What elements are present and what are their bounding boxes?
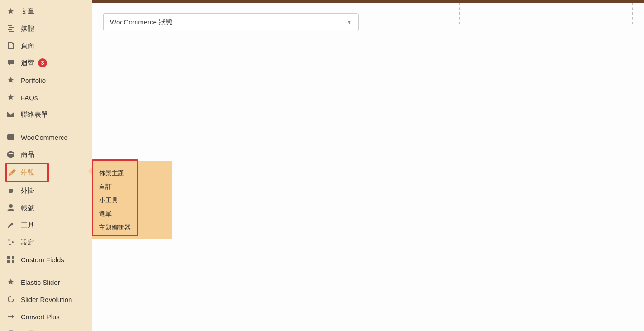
main-content: WooCommerce 狀態 ▼ xyxy=(92,3,644,331)
sidebar-item-faqs[interactable]: FAQs xyxy=(0,89,92,106)
sidebar-item-label: Custom Fields xyxy=(21,256,64,264)
sidebar-item-plugins[interactable]: 外掛 xyxy=(0,182,92,199)
sidebar-item-settings[interactable]: 設定 xyxy=(0,234,92,251)
collapse-icon xyxy=(6,329,15,331)
comment-count-badge: 3 xyxy=(38,58,47,67)
sidebar-item-contact[interactable]: 聯絡表單 xyxy=(0,106,92,123)
submenu-item-customize[interactable]: 自訂 xyxy=(92,180,172,194)
sidebar-item-slider-revolution[interactable]: Slider Revolution xyxy=(0,291,92,308)
sliders-icon xyxy=(6,238,15,247)
sidebar-item-appearance[interactable]: 外觀 xyxy=(5,163,49,182)
plug-icon xyxy=(6,186,15,195)
sidebar-item-label: 聯絡表單 xyxy=(21,110,48,119)
sidebar-item-comments[interactable]: 迴響 3 xyxy=(0,54,92,72)
admin-sidebar: 文章 媒體 頁面 迴響 3 Portfolio FAQs 聯絡表單 WooCom… xyxy=(0,0,92,331)
svg-rect-0 xyxy=(7,134,14,140)
pin-icon xyxy=(6,278,15,287)
wrench-icon xyxy=(6,221,15,230)
sidebar-item-users[interactable]: 帳號 xyxy=(0,199,92,216)
sidebar-item-custom-fields[interactable]: Custom Fields xyxy=(0,251,92,268)
appearance-submenu: 佈景主題 自訂 小工具 選單 主題編輯器 xyxy=(92,161,172,239)
sidebar-item-elastic-slider[interactable]: Elastic Slider xyxy=(0,273,92,291)
sidebar-item-label: 文章 xyxy=(21,7,34,16)
sidebar-item-label: FAQs xyxy=(21,94,38,101)
sidebar-item-media[interactable]: 媒體 xyxy=(0,20,92,37)
submenu-item-themes[interactable]: 佈景主題 xyxy=(92,167,172,180)
sidebar-item-label: 摺疊選單 xyxy=(21,330,48,331)
svg-rect-8 xyxy=(12,260,14,263)
sidebar-item-label: Slider Revolution xyxy=(21,296,72,303)
sidebar-item-label: 頁面 xyxy=(21,42,34,50)
woo-icon xyxy=(6,133,15,142)
pin-icon xyxy=(6,7,15,16)
sidebar-item-label: 帳號 xyxy=(21,204,34,212)
sidebar-item-label: 外掛 xyxy=(21,187,34,195)
sidebar-item-label: 商品 xyxy=(21,150,34,159)
sidebar-item-posts[interactable]: 文章 xyxy=(0,3,92,20)
woocommerce-status-select[interactable]: WooCommerce 狀態 ▼ xyxy=(103,13,359,31)
convert-icon xyxy=(6,312,15,321)
brush-icon xyxy=(8,168,17,177)
svg-point-3 xyxy=(12,241,14,243)
sidebar-item-label: Convert Plus xyxy=(21,313,60,321)
svg-rect-5 xyxy=(7,256,10,259)
sidebar-item-label: 設定 xyxy=(21,238,34,247)
box-icon xyxy=(6,150,15,159)
submenu-item-widgets[interactable]: 小工具 xyxy=(92,194,172,207)
sidebar-item-label: 迴響 xyxy=(21,59,34,67)
pin-icon xyxy=(6,76,15,85)
pin-icon xyxy=(6,93,15,102)
sidebar-item-label: 外觀 xyxy=(20,168,34,177)
sidebar-item-products[interactable]: 商品 xyxy=(0,146,92,163)
svg-point-1 xyxy=(9,204,13,208)
svg-rect-6 xyxy=(12,256,14,259)
sidebar-item-collapse[interactable]: 摺疊選單 xyxy=(0,325,92,331)
sidebar-item-portfolio[interactable]: Portfolio xyxy=(0,72,92,89)
flyout-arrow-icon xyxy=(88,168,92,175)
sidebar-item-label: WooCommerce xyxy=(21,134,68,141)
user-icon xyxy=(6,203,15,212)
sidebar-item-woocommerce[interactable]: WooCommerce xyxy=(0,129,92,146)
svg-point-2 xyxy=(8,239,10,241)
sidebar-item-label: Elastic Slider xyxy=(21,278,60,286)
sidebar-item-label: 媒體 xyxy=(21,24,34,33)
sidebar-item-pages[interactable]: 頁面 xyxy=(0,37,92,54)
caret-down-icon: ▼ xyxy=(347,19,352,25)
svg-rect-7 xyxy=(7,260,10,263)
submenu-item-menus[interactable]: 選單 xyxy=(92,207,172,221)
widget-dropzone[interactable] xyxy=(459,3,633,24)
page-icon xyxy=(6,41,15,50)
sidebar-item-label: 工具 xyxy=(21,221,34,230)
submenu-item-theme-editor[interactable]: 主題編輯器 xyxy=(92,221,172,235)
sidebar-item-convert-plus[interactable]: Convert Plus xyxy=(0,308,92,325)
sidebar-item-label: Portfolio xyxy=(21,77,46,84)
svg-point-4 xyxy=(9,244,11,245)
comment-icon xyxy=(6,58,15,67)
sidebar-item-tools[interactable]: 工具 xyxy=(0,216,92,234)
mail-icon xyxy=(6,110,15,119)
grid-icon xyxy=(6,255,15,264)
refresh-icon xyxy=(6,295,15,304)
select-label: WooCommerce 狀態 xyxy=(110,18,172,27)
media-icon xyxy=(6,24,15,33)
